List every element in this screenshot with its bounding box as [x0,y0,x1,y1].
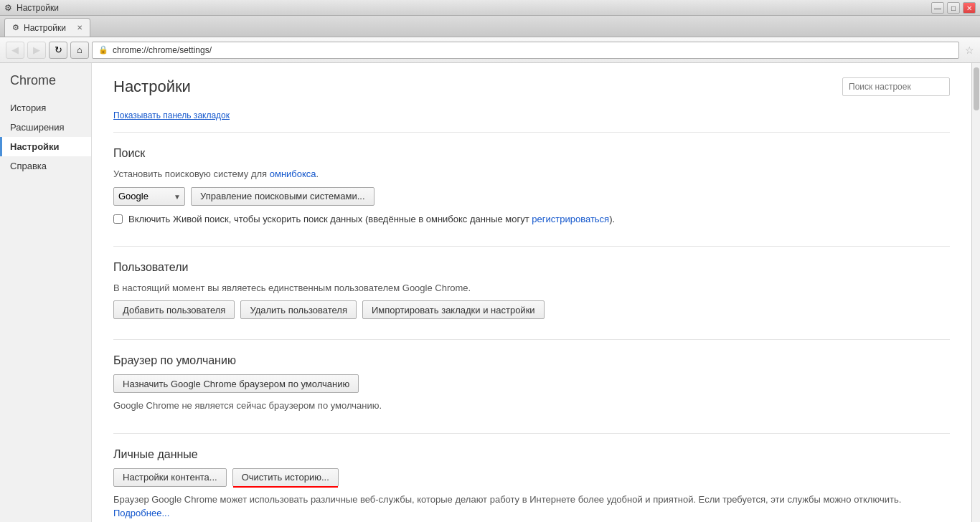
maximize-button[interactable]: □ [947,2,960,14]
bookmark-bar-link[interactable]: Показывать панель закладок [113,110,950,120]
sidebar-item-history[interactable]: История [0,98,91,118]
services-desc: Браузер Google Chrome может использовать… [113,493,950,521]
divider-1 [113,132,950,133]
users-section-title: Пользователи [113,261,950,274]
divider-2 [113,246,950,247]
search-desc: Установить поисковую систему для омнибок… [113,167,950,181]
sidebar-item-extensions[interactable]: Расширения [0,118,91,137]
livesearch-checkbox-row: Включить Живой поиск, чтобы ускорить пои… [113,213,950,226]
address-bar[interactable]: 🔒 chrome://chrome/settings/ [92,42,959,59]
default-browser-desc: Google Chrome не является сейчас браузер… [113,399,950,413]
import-bookmarks-button[interactable]: Импортировать закладки и настройки [362,300,545,319]
settings-header: Настройки [113,77,950,96]
livesearch-label: Включить Живой поиск, чтобы ускорить пои… [128,213,615,226]
personal-data-title: Личные данные [113,448,950,461]
add-user-button[interactable]: Добавить пользователя [113,300,235,319]
default-browser-title: Браузер по умолчанию [113,354,950,367]
users-section: Пользователи В настоящий момент вы являе… [113,261,950,320]
search-desc-suffix: . [316,169,319,179]
back-button[interactable]: ◀ [6,42,24,59]
divider-4 [113,433,950,434]
omnibox-link[interactable]: омнибокса [270,169,316,179]
search-engine-row: Google ▼ Управление поисковыми системами… [113,187,950,206]
address-lock-icon: 🔒 [98,45,108,54]
content-settings-button[interactable]: Настройки контента... [113,468,227,487]
set-default-browser-button[interactable]: Назначить Google Chrome браузером по умо… [113,374,359,393]
personal-data-section: Личные данные Настройки контента... Очис… [113,448,950,522]
manage-search-engines-button[interactable]: Управление поисковыми системами... [191,187,374,206]
more-details-link[interactable]: Подробнее... [113,508,169,518]
personal-data-btn-row: Настройки контента... Очистить историю..… [113,468,950,487]
forward-button[interactable]: ▶ [27,42,46,59]
remove-user-button[interactable]: Удалить пользователя [240,300,357,319]
search-section: Поиск Установить поисковую систему для о… [113,147,950,226]
title-bar-icon: ⚙ [4,3,12,13]
tab-close-button[interactable]: ✕ [77,24,83,32]
sidebar-brand: Chrome [0,73,91,98]
scrollbar[interactable] [971,63,980,522]
sidebar-item-help[interactable]: Справка [0,156,91,176]
search-settings-input[interactable] [842,77,950,96]
title-bar: ⚙ Настройки — □ ✕ [0,0,980,16]
divider-3 [113,339,950,340]
page-title: Настройки [113,77,191,96]
address-text: chrome://chrome/settings/ [113,45,953,55]
tab-favicon-icon: ⚙ [12,23,19,32]
settings-tab[interactable]: ⚙ Настройки ✕ [4,18,90,37]
default-browser-btn-row: Назначить Google Chrome браузером по умо… [113,374,950,393]
minimize-button[interactable]: — [931,2,944,14]
reload-button[interactable]: ↻ [49,42,67,59]
users-btn-row: Добавить пользователя Удалить пользовате… [113,300,950,319]
users-desc: В настоящий момент вы являетесь единстве… [113,281,950,295]
main-layout: Chrome История Расширения Настройки Спра… [0,63,980,522]
search-desc-text: Установить поисковую систему для [113,169,270,179]
default-browser-section: Браузер по умолчанию Назначить Google Ch… [113,354,950,413]
title-bar-controls: — □ ✕ [931,2,976,14]
livesearch-checkbox[interactable] [113,214,123,224]
tab-title-label: Настройки [24,23,72,33]
clear-history-button[interactable]: Очистить историю... [232,468,339,487]
title-bar-title: Настройки [17,3,976,13]
register-link[interactable]: регистрироваться [532,214,609,224]
sidebar-item-settings[interactable]: Настройки [0,137,91,156]
search-engine-select[interactable]: Google [113,187,185,206]
tab-bar: ⚙ Настройки ✕ [0,16,980,37]
settings-content: Настройки Показывать панель закладок Пои… [92,63,971,522]
services-desc-text: Браузер Google Chrome может использовать… [113,494,901,505]
search-section-title: Поиск [113,147,950,160]
search-engine-select-wrapper: Google ▼ [113,187,185,206]
sidebar: Chrome История Расширения Настройки Спра… [0,63,92,522]
home-button[interactable]: ⌂ [70,42,89,59]
bookmark-star-icon[interactable]: ☆ [965,44,974,56]
close-button[interactable]: ✕ [963,2,976,14]
navigation-bar: ◀ ▶ ↻ ⌂ 🔒 chrome://chrome/settings/ ☆ [0,37,980,63]
